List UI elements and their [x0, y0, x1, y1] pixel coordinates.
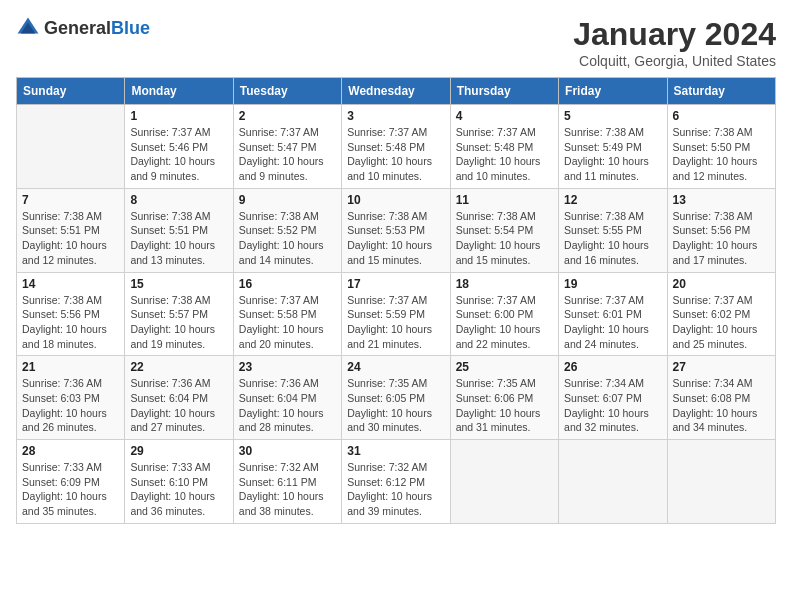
day-info: Sunrise: 7:36 AM Sunset: 6:04 PM Dayligh…	[239, 376, 336, 435]
calendar-cell: 1Sunrise: 7:37 AM Sunset: 5:46 PM Daylig…	[125, 105, 233, 189]
day-info: Sunrise: 7:38 AM Sunset: 5:49 PM Dayligh…	[564, 125, 661, 184]
day-number: 29	[130, 444, 227, 458]
calendar-cell: 3Sunrise: 7:37 AM Sunset: 5:48 PM Daylig…	[342, 105, 450, 189]
day-info: Sunrise: 7:38 AM Sunset: 5:51 PM Dayligh…	[22, 209, 119, 268]
day-info: Sunrise: 7:38 AM Sunset: 5:53 PM Dayligh…	[347, 209, 444, 268]
calendar-cell	[450, 440, 558, 524]
day-info: Sunrise: 7:38 AM Sunset: 5:54 PM Dayligh…	[456, 209, 553, 268]
day-number: 16	[239, 277, 336, 291]
day-info: Sunrise: 7:36 AM Sunset: 6:04 PM Dayligh…	[130, 376, 227, 435]
day-number: 14	[22, 277, 119, 291]
calendar-cell: 24Sunrise: 7:35 AM Sunset: 6:05 PM Dayli…	[342, 356, 450, 440]
day-number: 21	[22, 360, 119, 374]
day-info: Sunrise: 7:37 AM Sunset: 5:58 PM Dayligh…	[239, 293, 336, 352]
day-number: 19	[564, 277, 661, 291]
day-info: Sunrise: 7:37 AM Sunset: 6:02 PM Dayligh…	[673, 293, 770, 352]
day-number: 13	[673, 193, 770, 207]
column-header-wednesday: Wednesday	[342, 78, 450, 105]
day-info: Sunrise: 7:33 AM Sunset: 6:10 PM Dayligh…	[130, 460, 227, 519]
day-info: Sunrise: 7:38 AM Sunset: 5:51 PM Dayligh…	[130, 209, 227, 268]
calendar-cell: 18Sunrise: 7:37 AM Sunset: 6:00 PM Dayli…	[450, 272, 558, 356]
day-info: Sunrise: 7:37 AM Sunset: 6:01 PM Dayligh…	[564, 293, 661, 352]
day-number: 7	[22, 193, 119, 207]
calendar-cell: 22Sunrise: 7:36 AM Sunset: 6:04 PM Dayli…	[125, 356, 233, 440]
day-info: Sunrise: 7:37 AM Sunset: 5:48 PM Dayligh…	[347, 125, 444, 184]
calendar-cell	[667, 440, 775, 524]
logo-text-general: General	[44, 18, 111, 38]
calendar-cell: 15Sunrise: 7:38 AM Sunset: 5:57 PM Dayli…	[125, 272, 233, 356]
main-title: January 2024	[573, 16, 776, 53]
calendar-cell: 12Sunrise: 7:38 AM Sunset: 5:55 PM Dayli…	[559, 188, 667, 272]
calendar-cell: 20Sunrise: 7:37 AM Sunset: 6:02 PM Dayli…	[667, 272, 775, 356]
page-header: GeneralBlue January 2024 Colquitt, Georg…	[16, 16, 776, 69]
calendar-cell: 4Sunrise: 7:37 AM Sunset: 5:48 PM Daylig…	[450, 105, 558, 189]
logo-icon	[16, 16, 40, 40]
day-info: Sunrise: 7:36 AM Sunset: 6:03 PM Dayligh…	[22, 376, 119, 435]
calendar-cell: 10Sunrise: 7:38 AM Sunset: 5:53 PM Dayli…	[342, 188, 450, 272]
calendar-cell: 13Sunrise: 7:38 AM Sunset: 5:56 PM Dayli…	[667, 188, 775, 272]
day-info: Sunrise: 7:38 AM Sunset: 5:56 PM Dayligh…	[22, 293, 119, 352]
column-header-saturday: Saturday	[667, 78, 775, 105]
calendar-cell: 25Sunrise: 7:35 AM Sunset: 6:06 PM Dayli…	[450, 356, 558, 440]
day-number: 12	[564, 193, 661, 207]
day-number: 15	[130, 277, 227, 291]
day-number: 17	[347, 277, 444, 291]
calendar-week-row: 14Sunrise: 7:38 AM Sunset: 5:56 PM Dayli…	[17, 272, 776, 356]
logo: GeneralBlue	[16, 16, 150, 40]
calendar-cell: 8Sunrise: 7:38 AM Sunset: 5:51 PM Daylig…	[125, 188, 233, 272]
day-info: Sunrise: 7:37 AM Sunset: 5:59 PM Dayligh…	[347, 293, 444, 352]
column-header-sunday: Sunday	[17, 78, 125, 105]
day-info: Sunrise: 7:38 AM Sunset: 5:56 PM Dayligh…	[673, 209, 770, 268]
calendar-cell: 21Sunrise: 7:36 AM Sunset: 6:03 PM Dayli…	[17, 356, 125, 440]
calendar-cell: 9Sunrise: 7:38 AM Sunset: 5:52 PM Daylig…	[233, 188, 341, 272]
day-number: 4	[456, 109, 553, 123]
day-info: Sunrise: 7:38 AM Sunset: 5:55 PM Dayligh…	[564, 209, 661, 268]
calendar-cell: 14Sunrise: 7:38 AM Sunset: 5:56 PM Dayli…	[17, 272, 125, 356]
calendar-cell: 23Sunrise: 7:36 AM Sunset: 6:04 PM Dayli…	[233, 356, 341, 440]
day-number: 8	[130, 193, 227, 207]
day-number: 11	[456, 193, 553, 207]
day-number: 20	[673, 277, 770, 291]
column-header-friday: Friday	[559, 78, 667, 105]
day-number: 30	[239, 444, 336, 458]
day-number: 2	[239, 109, 336, 123]
day-number: 6	[673, 109, 770, 123]
day-info: Sunrise: 7:35 AM Sunset: 6:05 PM Dayligh…	[347, 376, 444, 435]
calendar-cell	[559, 440, 667, 524]
calendar-cell: 19Sunrise: 7:37 AM Sunset: 6:01 PM Dayli…	[559, 272, 667, 356]
calendar-cell: 28Sunrise: 7:33 AM Sunset: 6:09 PM Dayli…	[17, 440, 125, 524]
calendar-cell: 16Sunrise: 7:37 AM Sunset: 5:58 PM Dayli…	[233, 272, 341, 356]
day-number: 24	[347, 360, 444, 374]
calendar-week-row: 28Sunrise: 7:33 AM Sunset: 6:09 PM Dayli…	[17, 440, 776, 524]
column-header-thursday: Thursday	[450, 78, 558, 105]
day-number: 26	[564, 360, 661, 374]
day-number: 3	[347, 109, 444, 123]
day-number: 28	[22, 444, 119, 458]
subtitle: Colquitt, Georgia, United States	[573, 53, 776, 69]
calendar-cell: 29Sunrise: 7:33 AM Sunset: 6:10 PM Dayli…	[125, 440, 233, 524]
day-info: Sunrise: 7:32 AM Sunset: 6:12 PM Dayligh…	[347, 460, 444, 519]
calendar-cell: 27Sunrise: 7:34 AM Sunset: 6:08 PM Dayli…	[667, 356, 775, 440]
day-info: Sunrise: 7:34 AM Sunset: 6:08 PM Dayligh…	[673, 376, 770, 435]
day-number: 22	[130, 360, 227, 374]
day-info: Sunrise: 7:37 AM Sunset: 6:00 PM Dayligh…	[456, 293, 553, 352]
calendar-cell: 26Sunrise: 7:34 AM Sunset: 6:07 PM Dayli…	[559, 356, 667, 440]
logo-text-blue: Blue	[111, 18, 150, 38]
day-info: Sunrise: 7:38 AM Sunset: 5:50 PM Dayligh…	[673, 125, 770, 184]
day-info: Sunrise: 7:33 AM Sunset: 6:09 PM Dayligh…	[22, 460, 119, 519]
day-number: 5	[564, 109, 661, 123]
day-info: Sunrise: 7:38 AM Sunset: 5:52 PM Dayligh…	[239, 209, 336, 268]
day-info: Sunrise: 7:34 AM Sunset: 6:07 PM Dayligh…	[564, 376, 661, 435]
day-info: Sunrise: 7:37 AM Sunset: 5:47 PM Dayligh…	[239, 125, 336, 184]
calendar-week-row: 21Sunrise: 7:36 AM Sunset: 6:03 PM Dayli…	[17, 356, 776, 440]
calendar-cell: 5Sunrise: 7:38 AM Sunset: 5:49 PM Daylig…	[559, 105, 667, 189]
calendar-cell: 2Sunrise: 7:37 AM Sunset: 5:47 PM Daylig…	[233, 105, 341, 189]
day-number: 10	[347, 193, 444, 207]
day-info: Sunrise: 7:35 AM Sunset: 6:06 PM Dayligh…	[456, 376, 553, 435]
day-number: 18	[456, 277, 553, 291]
calendar-week-row: 7Sunrise: 7:38 AM Sunset: 5:51 PM Daylig…	[17, 188, 776, 272]
day-info: Sunrise: 7:37 AM Sunset: 5:46 PM Dayligh…	[130, 125, 227, 184]
day-number: 25	[456, 360, 553, 374]
day-info: Sunrise: 7:38 AM Sunset: 5:57 PM Dayligh…	[130, 293, 227, 352]
calendar-header-row: SundayMondayTuesdayWednesdayThursdayFrid…	[17, 78, 776, 105]
